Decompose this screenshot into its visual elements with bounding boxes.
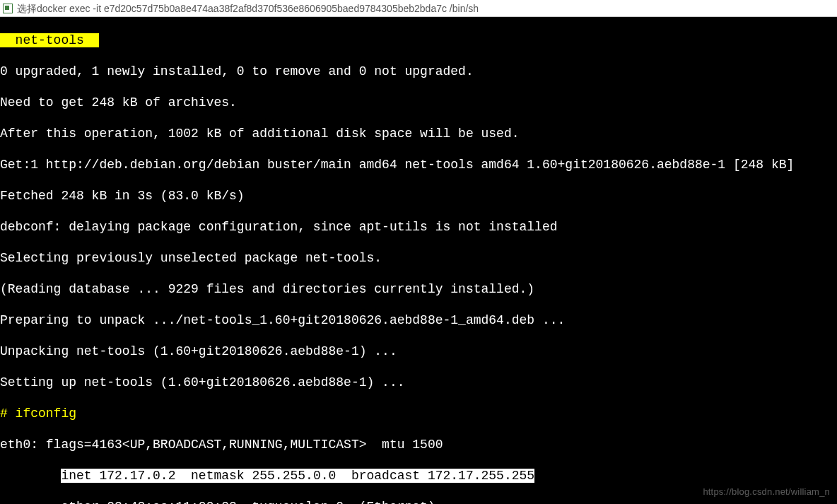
window-titlebar: 选择docker exec -it e7d20c57d75b0a8e474aa3… — [0, 0, 837, 17]
ifconfig-eth0-header: eth0: flags=4163<UP,BROADCAST,RUNNING,MU… — [0, 437, 837, 452]
window-icon — [3, 4, 13, 13]
highlight-package: net-tools — [0, 33, 99, 47]
output-line: Preparing to unpack .../net-tools_1.60+g… — [0, 312, 837, 328]
window-title: 选择docker exec -it e7d20c57d75b0a8e474aa3… — [17, 1, 479, 16]
highlight-inet-address: inet 172.17.0.2 netmask 255.255.0.0 broa… — [61, 469, 534, 483]
output-line: Fetched 248 kB in 3s (83.0 kB/s) — [0, 188, 837, 204]
output-line: Setting up net-tools (1.60+git20180626.a… — [0, 375, 837, 390]
shell-prompt-command: # ifconfig — [0, 406, 837, 421]
output-line: (Reading database ... 9229 files and dir… — [0, 281, 837, 297]
ifconfig-eth0-inet: inet 172.17.0.2 netmask 255.255.0.0 broa… — [0, 468, 837, 484]
output-line: Selecting previously unselected package … — [0, 250, 837, 266]
watermark-text: https://blog.csdn.net/william_n — [703, 484, 830, 500]
terminal-output[interactable]: net-tools 0 upgraded, 1 newly installed,… — [0, 17, 837, 504]
output-line: 0 upgraded, 1 newly installed, 0 to remo… — [0, 64, 837, 79]
output-line: debconf: delaying package configuration,… — [0, 219, 837, 235]
output-line: After this operation, 1002 kB of additio… — [0, 126, 837, 141]
output-line: Need to get 248 kB of archives. — [0, 95, 837, 110]
output-line: Get:1 http://deb.debian.org/debian buste… — [0, 157, 837, 172]
ifconfig-eth0-ether: ether 02:42:ac:11:00:02 txqueuelen 0 (Et… — [0, 499, 837, 504]
output-line: Unpacking net-tools (1.60+git20180626.ae… — [0, 344, 837, 359]
